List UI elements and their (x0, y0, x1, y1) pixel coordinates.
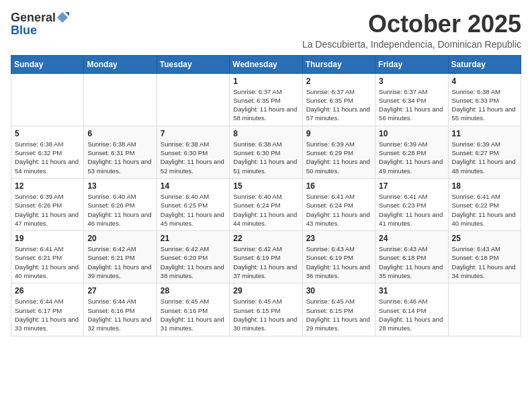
day-number: 2 (306, 77, 371, 86)
day-number: 15 (233, 181, 298, 191)
logo-blue: Blue (11, 24, 37, 36)
day-info: Sunrise: 6:42 AM Sunset: 6:21 PM Dayligh… (87, 244, 152, 280)
day-info: Sunrise: 6:39 AM Sunset: 6:27 PM Dayligh… (452, 140, 517, 175)
day-number: 11 (452, 129, 517, 138)
week-row-1: 1Sunrise: 6:37 AM Sunset: 6:35 PM Daylig… (11, 73, 521, 126)
day-cell: 7Sunrise: 6:38 AM Sunset: 6:30 PM Daylig… (157, 126, 229, 178)
day-cell (448, 283, 521, 336)
day-info: Sunrise: 6:38 AM Sunset: 6:33 PM Dayligh… (452, 87, 517, 123)
day-info: Sunrise: 6:37 AM Sunset: 6:34 PM Dayligh… (379, 87, 444, 123)
day-cell: 27Sunrise: 6:44 AM Sunset: 6:16 PM Dayli… (84, 283, 157, 336)
day-info: Sunrise: 6:37 AM Sunset: 6:35 PM Dayligh… (233, 87, 298, 123)
day-cell: 22Sunrise: 6:42 AM Sunset: 6:19 PM Dayli… (230, 231, 302, 283)
day-cell: 25Sunrise: 6:43 AM Sunset: 6:18 PM Dayli… (448, 231, 521, 283)
day-cell: 11Sunrise: 6:39 AM Sunset: 6:27 PM Dayli… (448, 126, 521, 178)
header-monday: Monday (84, 55, 157, 73)
day-cell: 8Sunrise: 6:38 AM Sunset: 6:30 PM Daylig… (230, 126, 302, 178)
day-info: Sunrise: 6:38 AM Sunset: 6:30 PM Dayligh… (233, 140, 298, 175)
day-number: 31 (379, 286, 444, 295)
day-cell: 31Sunrise: 6:46 AM Sunset: 6:14 PM Dayli… (375, 283, 448, 336)
week-row-2: 5Sunrise: 6:38 AM Sunset: 6:32 PM Daylig… (11, 126, 521, 178)
day-info: Sunrise: 6:39 AM Sunset: 6:26 PM Dayligh… (15, 192, 80, 228)
day-cell: 28Sunrise: 6:45 AM Sunset: 6:16 PM Dayli… (157, 283, 229, 336)
day-info: Sunrise: 6:40 AM Sunset: 6:26 PM Dayligh… (87, 192, 152, 228)
day-cell: 20Sunrise: 6:42 AM Sunset: 6:21 PM Dayli… (84, 231, 157, 283)
header-wednesday: Wednesday (230, 55, 302, 73)
day-cell: 12Sunrise: 6:39 AM Sunset: 6:26 PM Dayli… (11, 178, 84, 230)
day-number: 9 (306, 129, 371, 138)
day-number: 3 (379, 77, 444, 86)
day-number: 30 (306, 286, 371, 295)
day-number: 14 (161, 181, 226, 191)
day-info: Sunrise: 6:40 AM Sunset: 6:24 PM Dayligh… (233, 192, 298, 228)
day-cell: 30Sunrise: 6:45 AM Sunset: 6:15 PM Dayli… (302, 283, 375, 336)
day-number: 16 (306, 181, 371, 191)
day-info: Sunrise: 6:42 AM Sunset: 6:19 PM Dayligh… (233, 244, 298, 280)
day-cell: 23Sunrise: 6:43 AM Sunset: 6:19 PM Dayli… (302, 231, 375, 283)
svg-marker-0 (57, 12, 68, 23)
day-number: 25 (452, 234, 517, 243)
header-tuesday: Tuesday (157, 55, 229, 73)
day-cell (84, 73, 157, 126)
day-cell: 13Sunrise: 6:40 AM Sunset: 6:26 PM Dayli… (84, 178, 157, 230)
day-cell: 6Sunrise: 6:38 AM Sunset: 6:31 PM Daylig… (84, 126, 157, 178)
day-number: 28 (161, 286, 226, 295)
day-info: Sunrise: 6:38 AM Sunset: 6:30 PM Dayligh… (161, 140, 226, 175)
day-info: Sunrise: 6:46 AM Sunset: 6:14 PM Dayligh… (379, 297, 444, 332)
day-info: Sunrise: 6:44 AM Sunset: 6:16 PM Dayligh… (87, 297, 152, 332)
day-info: Sunrise: 6:41 AM Sunset: 6:23 PM Dayligh… (379, 192, 444, 228)
day-cell: 18Sunrise: 6:41 AM Sunset: 6:22 PM Dayli… (448, 178, 521, 230)
day-number: 18 (452, 181, 517, 191)
header-saturday: Saturday (448, 55, 521, 73)
day-number: 7 (161, 129, 226, 138)
day-cell: 16Sunrise: 6:41 AM Sunset: 6:24 PM Dayli… (302, 178, 375, 230)
day-info: Sunrise: 6:45 AM Sunset: 6:16 PM Dayligh… (161, 297, 226, 332)
title-section: October 2025 La Descubierta, Independenc… (302, 11, 521, 50)
day-cell: 26Sunrise: 6:44 AM Sunset: 6:17 PM Dayli… (11, 283, 84, 336)
day-info: Sunrise: 6:43 AM Sunset: 6:18 PM Dayligh… (452, 244, 517, 280)
week-row-3: 12Sunrise: 6:39 AM Sunset: 6:26 PM Dayli… (11, 178, 521, 230)
day-info: Sunrise: 6:40 AM Sunset: 6:25 PM Dayligh… (161, 192, 226, 228)
day-number: 21 (161, 234, 226, 243)
day-info: Sunrise: 6:44 AM Sunset: 6:17 PM Dayligh… (15, 297, 80, 332)
day-cell: 21Sunrise: 6:42 AM Sunset: 6:20 PM Dayli… (157, 231, 229, 283)
day-number: 27 (87, 286, 152, 295)
day-number: 22 (233, 234, 298, 243)
day-cell: 24Sunrise: 6:43 AM Sunset: 6:18 PM Dayli… (375, 231, 448, 283)
week-row-5: 26Sunrise: 6:44 AM Sunset: 6:17 PM Dayli… (11, 283, 521, 336)
day-info: Sunrise: 6:38 AM Sunset: 6:31 PM Dayligh… (87, 140, 152, 175)
day-cell: 15Sunrise: 6:40 AM Sunset: 6:24 PM Dayli… (230, 178, 302, 230)
day-cell: 3Sunrise: 6:37 AM Sunset: 6:34 PM Daylig… (375, 73, 448, 126)
calendar: Sunday Monday Tuesday Wednesday Thursday… (11, 55, 521, 336)
day-info: Sunrise: 6:38 AM Sunset: 6:32 PM Dayligh… (15, 140, 80, 175)
day-cell: 2Sunrise: 6:37 AM Sunset: 6:35 PM Daylig… (302, 73, 375, 126)
day-cell: 10Sunrise: 6:39 AM Sunset: 6:28 PM Dayli… (375, 126, 448, 178)
day-info: Sunrise: 6:43 AM Sunset: 6:18 PM Dayligh… (379, 244, 444, 280)
header-thursday: Thursday (302, 55, 375, 73)
day-cell: 14Sunrise: 6:40 AM Sunset: 6:25 PM Dayli… (157, 178, 229, 230)
calendar-header-row: Sunday Monday Tuesday Wednesday Thursday… (11, 55, 521, 73)
day-number: 6 (87, 129, 152, 138)
day-number: 10 (379, 129, 444, 138)
day-number: 5 (15, 129, 80, 138)
day-info: Sunrise: 6:41 AM Sunset: 6:21 PM Dayligh… (15, 244, 80, 280)
day-number: 13 (87, 181, 152, 191)
day-info: Sunrise: 6:41 AM Sunset: 6:24 PM Dayligh… (306, 192, 371, 228)
day-cell: 29Sunrise: 6:45 AM Sunset: 6:15 PM Dayli… (230, 283, 302, 336)
day-number: 26 (15, 286, 80, 295)
day-info: Sunrise: 6:39 AM Sunset: 6:28 PM Dayligh… (379, 140, 444, 175)
day-number: 29 (233, 286, 298, 295)
header-sunday: Sunday (11, 55, 84, 73)
header-friday: Friday (375, 55, 448, 73)
day-cell: 17Sunrise: 6:41 AM Sunset: 6:23 PM Dayli… (375, 178, 448, 230)
page-header: General Blue October 2025 La Descubierta… (11, 11, 521, 50)
day-number: 24 (379, 234, 444, 243)
week-row-4: 19Sunrise: 6:41 AM Sunset: 6:21 PM Dayli… (11, 231, 521, 283)
subtitle: La Descubierta, Independencia, Dominican… (302, 39, 521, 50)
day-cell (11, 73, 84, 126)
day-number: 20 (87, 234, 152, 243)
day-cell: 9Sunrise: 6:39 AM Sunset: 6:29 PM Daylig… (302, 126, 375, 178)
month-title: October 2025 (302, 11, 521, 38)
day-info: Sunrise: 6:42 AM Sunset: 6:20 PM Dayligh… (161, 244, 226, 280)
day-number: 1 (233, 77, 298, 86)
